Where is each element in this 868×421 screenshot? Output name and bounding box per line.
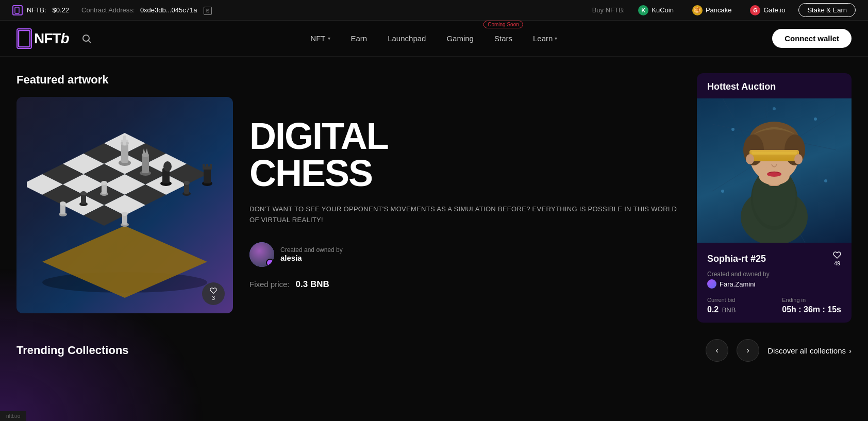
contract-address-row: Contract Address: 0xde3db...045c71a ⎘ (81, 5, 212, 15)
ticker-bar: NFTB: $0.22 Contract Address: 0xde3db...… (0, 0, 868, 21)
svg-point-37 (163, 161, 172, 172)
svg-point-43 (80, 191, 87, 195)
like-badge[interactable]: 3 (202, 282, 225, 305)
artwork-creator: Created and owned by alesia (249, 242, 685, 267)
featured-info: DIGITAL CHESS DON'T WANT TO SEE YOUR OPP… (249, 97, 685, 290)
auction-creator-name: Fara.Zamini (720, 280, 755, 288)
nav-earn[interactable]: Earn (343, 30, 376, 47)
svg-line-3 (88, 40, 91, 43)
ticker-nftb: NFTB: $0.22 (12, 5, 69, 15)
discover-all-link[interactable]: Discover all collections › (767, 346, 852, 355)
svg-point-46 (183, 181, 190, 185)
auction-image (697, 98, 852, 243)
svg-rect-56 (203, 164, 205, 168)
auction-creator-label: Created and owned by (707, 271, 770, 278)
nftb-icon (12, 5, 23, 15)
creator-label: Created and owned by (280, 246, 343, 254)
trending-controls: ‹ › Discover all collections › (706, 339, 852, 362)
creator-verified-badge (266, 259, 274, 267)
svg-point-63 (731, 128, 735, 131)
svg-rect-30 (121, 140, 128, 142)
learn-chevron: ▾ (555, 36, 557, 41)
coming-soon-badge: Coming Soon (483, 21, 523, 28)
svg-rect-32 (142, 155, 149, 173)
logo-text: NFTb (34, 30, 69, 47)
price-row: Fixed price: 0.3 BNB (249, 279, 685, 290)
svg-point-82 (794, 154, 803, 164)
ticker-left: NFTB: $0.22 Contract Address: 0xde3db...… (12, 5, 212, 15)
hero-left: Featured artwork (16, 73, 685, 323)
auction-like-button[interactable]: 49 (833, 251, 841, 266)
hottest-auction-panel: Hottest Auction (697, 73, 852, 323)
artwork-description: DON'T WANT TO SEE YOUR OPPONENT'S MOVEME… (249, 204, 685, 226)
ending-label: Ending in (782, 297, 841, 303)
svg-point-49 (60, 201, 66, 206)
connect-wallet-button[interactable]: Connect wallet (772, 29, 852, 48)
auction-creator-row: Created and owned by Fara.Zamini (707, 271, 841, 289)
nft-chevron: ▾ (328, 36, 330, 41)
nav-stars[interactable]: Coming Soon Stars (486, 30, 521, 47)
ticker-right: Buy NFTB: K KuCoin 🥞 Pancake G Gate.io S… (592, 3, 856, 18)
nav-gaming[interactable]: Gaming (438, 30, 482, 47)
svg-point-52 (122, 212, 128, 216)
gate-btn[interactable]: G Gate.io (745, 3, 790, 18)
next-arrow-button[interactable]: › (737, 339, 759, 362)
current-bid-label: Current bid (707, 297, 736, 303)
auction-title-row: Sophia-rt #25 49 (707, 251, 841, 266)
prev-arrow-button[interactable]: ‹ (706, 339, 728, 362)
svg-point-65 (721, 190, 724, 193)
contract-address: 0xde3db...045c71a (140, 6, 197, 14)
kucoin-btn[interactable]: K KuCoin (633, 3, 679, 18)
svg-rect-27 (121, 143, 128, 163)
trending-title: Trending Collections (16, 344, 129, 357)
svg-rect-1 (19, 30, 30, 47)
svg-rect-57 (206, 164, 208, 168)
svg-rect-79 (752, 151, 797, 155)
copy-icon[interactable]: ⎘ (204, 7, 212, 15)
svg-point-64 (814, 117, 817, 121)
stake-earn-button[interactable]: Stake & Earn (798, 3, 856, 17)
nav-learn[interactable]: Learn ▾ (525, 30, 565, 47)
kucoin-icon: K (638, 5, 648, 15)
pancake-icon: 🥞 (692, 5, 703, 15)
creator-avatar (249, 242, 274, 267)
artwork-title: DIGITAL CHESS (249, 117, 685, 192)
pancake-label: Pancake (706, 6, 732, 14)
main-nav: NFTb NFT ▾ Earn Launchpad Gami (0, 21, 868, 57)
pancake-btn[interactable]: 🥞 Pancake (687, 3, 737, 18)
nav-links: NFT ▾ Earn Launchpad Gaming Coming Soon … (96, 30, 773, 47)
creator-name: alesia (280, 254, 343, 262)
svg-point-2 (83, 35, 89, 41)
discover-chevron-icon: › (849, 346, 852, 355)
svg-point-81 (746, 154, 754, 164)
nav-launchpad[interactable]: Launchpad (379, 30, 434, 47)
logo[interactable]: NFTb (16, 28, 69, 49)
svg-rect-0 (15, 7, 19, 13)
featured-title: Featured artwork (16, 73, 685, 87)
svg-rect-54 (204, 168, 211, 183)
bid-currency: BNB (722, 306, 736, 314)
price-value: 0.3 BNB (296, 279, 329, 290)
creator-info: Created and owned by alesia (280, 246, 343, 262)
contract-label: Contract Address: (81, 6, 135, 14)
ending-value: 05h : 36m : 15s (782, 305, 841, 314)
svg-point-67 (773, 107, 776, 110)
trending-header: Trending Collections ‹ › Discover all co… (16, 339, 852, 362)
search-button[interactable] (77, 29, 96, 48)
like-count: 3 (212, 295, 215, 301)
auction-like-count: 49 (834, 260, 840, 266)
ending-col: Ending in 05h : 36m : 15s (782, 297, 841, 314)
featured-image: 3 (16, 97, 233, 313)
gate-label: Gate.io (763, 6, 785, 14)
svg-rect-58 (210, 164, 212, 168)
kucoin-label: KuCoin (652, 6, 674, 14)
bottom-badge: nftb.io (0, 411, 26, 421)
price-label: Fixed price: (249, 280, 290, 289)
featured-content: 3 DIGITAL CHESS DON'T WANT TO SEE YOUR O… (16, 97, 685, 313)
gate-icon: G (750, 5, 760, 15)
svg-point-66 (824, 179, 827, 182)
auction-creator-icon (707, 279, 716, 289)
auction-body: Sophia-rt #25 49 Created and owned by Fa… (697, 243, 852, 323)
nav-nft[interactable]: NFT ▾ (302, 30, 338, 47)
auction-bid-row: Current bid 0.2 BNB Ending in 05h : 36m … (707, 297, 841, 314)
